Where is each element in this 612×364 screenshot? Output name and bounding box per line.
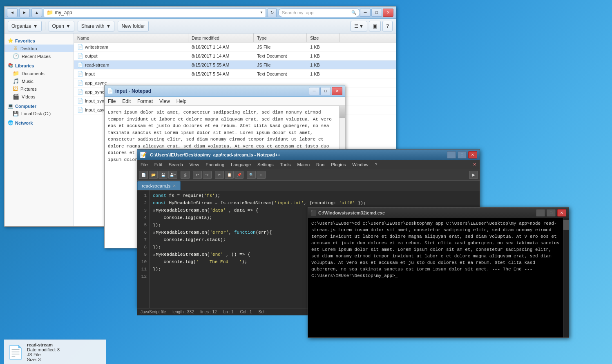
address-bar[interactable]: 📁 my_app ▼	[44, 8, 266, 17]
sidebar-item-pictures[interactable]: 🖼 Pictures	[4, 85, 74, 93]
code-token: );	[215, 193, 220, 198]
file-size-cell: 1 KB	[307, 69, 340, 78]
npp-menu-help[interactable]: ?	[371, 160, 380, 169]
up-button[interactable]: ▲	[31, 8, 42, 17]
file-name: writestream	[85, 45, 108, 49]
desktop-icon: 🖥	[13, 45, 18, 51]
cmd-content[interactable]: C:\Users\IEUser>cd C:\Users\IEUser\Deskt…	[308, 218, 563, 337]
search-bar[interactable]: Search my_app 🔍	[278, 8, 360, 17]
notepad-menu-view[interactable]: View	[156, 97, 173, 105]
back-button[interactable]: ◄	[7, 8, 18, 17]
table-row[interactable]: 📄 read-stream 8/15/2017 5:55 AM JS File …	[74, 60, 396, 69]
npp-maximize[interactable]: □	[458, 151, 467, 159]
view-button[interactable]: ☰▼	[351, 21, 367, 31]
npp-menu-window[interactable]: Window	[349, 160, 371, 169]
code-token: });	[355, 201, 366, 205]
npp-menu-file[interactable]: File	[137, 160, 151, 169]
preview-info: read-stream Date modified: 8 JS File Siz…	[27, 342, 60, 362]
npp-tool-copy[interactable]: 📋	[225, 171, 234, 179]
music-label: Music	[22, 79, 34, 84]
localc-label: Local Disk (C:)	[21, 111, 51, 116]
npp-tab-readstream[interactable]: read-stream.js ✕	[137, 181, 181, 190]
col-header-date[interactable]: Date modified	[188, 33, 254, 42]
npp-menu-plugins[interactable]: Plugins	[328, 160, 349, 169]
sidebar-item-recent[interactable]: 🕐 Recent Places	[4, 52, 74, 60]
npp-menu-macro[interactable]: Macro	[294, 160, 313, 169]
line-number: 6	[137, 229, 149, 236]
help-button[interactable]: ?	[382, 21, 393, 31]
notepad-minimize[interactable]: ─	[309, 87, 319, 95]
notepad-menu-help[interactable]: Help	[173, 97, 190, 105]
close-button[interactable]: ✕	[383, 9, 393, 17]
notepad-menu-edit[interactable]: Edit	[119, 97, 134, 105]
recent-icon: 🕐	[13, 53, 19, 59]
notepad-menu-format[interactable]: Format	[134, 97, 156, 105]
toolbar-separator	[45, 22, 45, 30]
npp-tool-paste[interactable]: 📌	[235, 171, 243, 179]
refresh-button[interactable]: ↻	[268, 8, 277, 17]
npp-menu-view[interactable]: View	[186, 160, 203, 169]
npp-menu-edit[interactable]: Edit	[151, 160, 165, 169]
maximize-button[interactable]: □	[371, 9, 382, 17]
cmd-maximize[interactable]: □	[547, 209, 556, 217]
npp-tool-saveall[interactable]: 💾+	[168, 171, 177, 179]
npp-menu-run[interactable]: Run	[313, 160, 328, 169]
npp-menu-search[interactable]: Search	[165, 160, 186, 169]
favorites-header[interactable]: ⭐ Favorites	[4, 37, 74, 45]
pictures-label: Pictures	[20, 87, 37, 92]
cmd-minimize[interactable]: ─	[536, 209, 545, 217]
col-header-name[interactable]: Name	[74, 33, 188, 42]
notepad-maximize[interactable]: □	[320, 87, 331, 95]
npp-tool-print[interactable]: 🖨	[181, 171, 190, 179]
code-line: const fs = require('fs');	[153, 192, 476, 199]
npp-menu-language[interactable]: Language	[228, 160, 254, 169]
col-header-type[interactable]: Type	[254, 33, 307, 42]
share-with-button[interactable]: Share with ▼	[78, 21, 115, 31]
npp-menu-tools[interactable]: Tools	[277, 160, 294, 169]
table-row[interactable]: 📄 input 8/15/2017 5:54 AM Text Document …	[74, 69, 396, 78]
cmd-titlebar: ⬛ C:\Windows\system32\cmd.exe ─ □ ✕	[308, 208, 569, 218]
npp-tool-redo[interactable]: ↪	[203, 171, 212, 179]
npp-tool-new[interactable]: 📄	[139, 171, 148, 179]
recent-label: Recent Places	[22, 54, 51, 59]
address-dropdown-icon[interactable]: ▼	[260, 11, 263, 14]
npp-tab-close-icon[interactable]: ✕	[173, 184, 176, 188]
npp-tool-run[interactable]: ▶	[469, 171, 478, 179]
npp-tool-open[interactable]: 📂	[149, 171, 158, 179]
computer-header[interactable]: 💻 Computer	[4, 102, 74, 110]
cmd-scrollbar[interactable]	[563, 218, 569, 337]
npp-tool-find[interactable]: 🔍	[247, 171, 256, 179]
code-token: , () => {	[223, 252, 250, 257]
cmd-close[interactable]: ✕	[557, 209, 566, 217]
libraries-header[interactable]: 📚 Libraries	[4, 62, 74, 69]
npp-menu-settings[interactable]: Settings	[254, 160, 277, 169]
notepad-close[interactable]: ✕	[332, 87, 342, 95]
preview-toggle[interactable]: ▣	[369, 21, 381, 31]
open-button[interactable]: Open ▼	[49, 21, 74, 31]
npp-menu-encoding[interactable]: Encoding	[202, 160, 228, 169]
sidebar-item-videos[interactable]: 🎬 Videos	[4, 93, 74, 100]
notepad-menu-file[interactable]: File	[105, 97, 119, 105]
file-size-cell: 1 KB	[307, 42, 340, 51]
sidebar-item-music[interactable]: 🎵 Music	[4, 77, 74, 85]
npp-tool-undo[interactable]: ↩	[193, 171, 202, 179]
organize-button[interactable]: Organize ▼	[8, 21, 42, 31]
minimize-button[interactable]: ─	[360, 9, 371, 17]
forward-button[interactable]: ►	[19, 8, 30, 17]
code-token: const	[153, 201, 169, 205]
sidebar-item-desktop[interactable]: 🖥 Desktop	[4, 45, 74, 52]
npp-close[interactable]: ✕	[468, 151, 477, 159]
npp-tool-cut[interactable]: ✂	[215, 171, 224, 179]
new-folder-button[interactable]: New folder	[118, 21, 148, 31]
table-row[interactable]: 📄 output 8/16/2017 1:14 AM Text Document…	[74, 51, 396, 60]
sidebar-item-localc[interactable]: 💾 Local Disk (C:)	[4, 110, 74, 117]
sidebar-item-documents[interactable]: 📁 Documents	[4, 69, 74, 77]
col-header-size[interactable]: Size	[307, 33, 340, 42]
file-type-cell: Text Document	[254, 69, 307, 78]
npp-tool-replace[interactable]: ↔	[257, 171, 266, 179]
npp-minimize[interactable]: ─	[447, 151, 456, 159]
network-header[interactable]: 🌐 Network	[4, 119, 74, 127]
npp-tool-save[interactable]: 💾	[159, 171, 168, 179]
npp-close-icon[interactable]: ✕	[469, 160, 480, 169]
table-row[interactable]: 📄 writestream 8/16/2017 1:14 AM JS File …	[74, 42, 396, 51]
